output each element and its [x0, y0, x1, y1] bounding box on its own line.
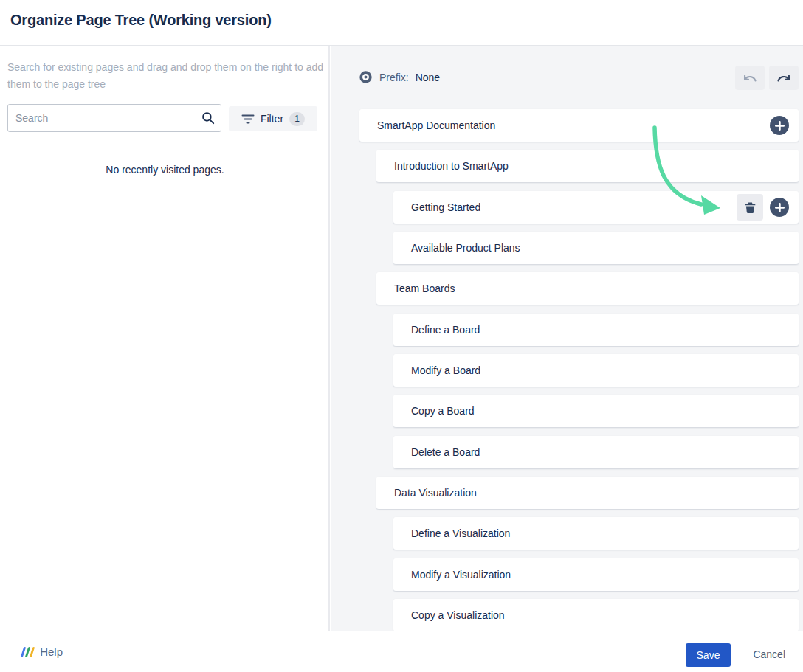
help-label: Help [40, 645, 63, 658]
tree-row[interactable]: Introduction to SmartApp [376, 150, 799, 182]
tree-row-label: Define a Board [411, 324, 480, 336]
tree-row-label: Delete a Board [411, 446, 480, 458]
search-icon [201, 111, 215, 125]
search-panel: Search for existing pages and drag and d… [0, 46, 330, 631]
tree-row[interactable]: Getting Started [393, 191, 799, 224]
help-link[interactable]: Help [22, 645, 63, 658]
empty-state-message: No recently visited pages. [0, 164, 330, 176]
organize-page-tree-dialog: Organize Page Tree (Working version) Sea… [0, 0, 803, 672]
triple-slash-logo-icon [21, 647, 35, 657]
tree-row-label: SmartApp Documentation [377, 119, 495, 131]
plus-icon [775, 121, 785, 131]
tree-row-label: Introduction to SmartApp [394, 160, 509, 172]
trash-icon [744, 201, 757, 214]
filter-label: Filter [261, 113, 283, 125]
tree-row-label: Team Boards [394, 283, 455, 294]
tree-row-label: Copy a Board [411, 405, 475, 417]
dialog-header: Organize Page Tree (Working version) [0, 0, 803, 46]
tree-row-label: Modify a Visualization [411, 569, 511, 581]
plus-icon [775, 203, 785, 212]
page-tree-panel: Prefix: None Sm [331, 46, 803, 631]
tree-row[interactable]: Define a Visualization [393, 517, 799, 550]
cancel-button[interactable]: Cancel [753, 648, 785, 660]
search-field [7, 104, 221, 132]
tree-row[interactable]: Modify a Visualization [393, 558, 799, 591]
search-input[interactable] [7, 104, 221, 132]
tree-row[interactable]: Define a Board [393, 314, 799, 346]
tree-row[interactable]: Copy a Board [393, 395, 799, 427]
page-tree: SmartApp DocumentationIntroduction to Sm… [331, 46, 803, 631]
tree-row[interactable]: Modify a Board [393, 354, 799, 387]
tree-row-label: Data Visualization [394, 487, 477, 499]
helper-text: Search for existing pages and drag and d… [7, 59, 325, 93]
tree-row-label: Copy a Visualization [411, 609, 505, 621]
dialog-footer: Help Save Cancel [0, 631, 803, 672]
tree-row[interactable]: Delete a Board [393, 436, 799, 468]
tree-row[interactable]: Team Boards [376, 272, 799, 305]
tree-row[interactable]: Available Product Plans [393, 232, 799, 264]
add-child-page-button[interactable] [770, 116, 789, 135]
filter-count-badge: 1 [289, 112, 305, 126]
tree-row[interactable]: Copy a Visualization [393, 599, 799, 631]
row-actions [770, 109, 789, 142]
page-title: Organize Page Tree (Working version) [10, 12, 272, 29]
add-child-page-button[interactable] [770, 198, 789, 217]
row-actions [737, 191, 789, 224]
save-button[interactable]: Save [686, 643, 731, 667]
tree-row-label: Define a Visualization [411, 527, 510, 539]
delete-page-button[interactable] [737, 194, 763, 221]
tree-row-label: Available Product Plans [411, 242, 520, 254]
tree-row-label: Getting Started [411, 201, 480, 213]
filter-lines-icon [241, 114, 255, 125]
tree-row-label: Modify a Board [411, 364, 480, 376]
tree-row[interactable]: SmartApp Documentation [359, 109, 799, 142]
tree-row[interactable]: Data Visualization [376, 477, 799, 509]
filter-button[interactable]: Filter 1 [229, 106, 317, 131]
